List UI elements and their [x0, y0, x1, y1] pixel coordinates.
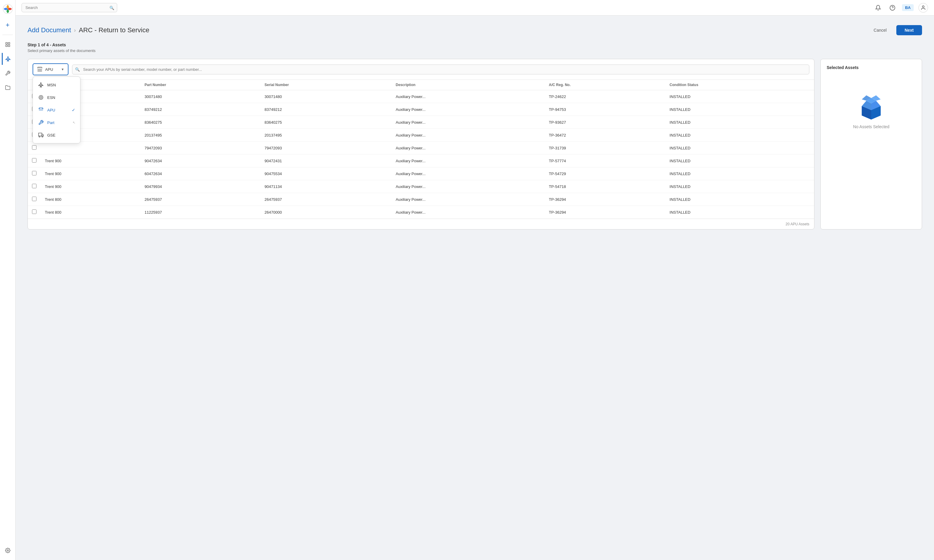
cell-part-5: 90472634 — [140, 154, 260, 167]
table-header-condition: Condition Status — [666, 80, 814, 90]
sidebar-divider-1 — [2, 35, 13, 35]
table-search-input[interactable] — [72, 65, 809, 74]
sidebar-item-dashboard[interactable] — [2, 38, 14, 51]
table-body: 30071480 30071480 Auxiliary Power... TP-… — [28, 90, 814, 219]
apu-item-icon — [38, 107, 44, 113]
cell-serial-9: 26470000 — [260, 206, 391, 219]
cell-ac-3: TP-36472 — [545, 129, 666, 142]
dropdown-menu: MSN ESN — [32, 77, 80, 143]
table-row: Trent 800 26475937 26475937 Auxiliary Po… — [28, 193, 814, 206]
breadcrumb-link[interactable]: Add Document — [28, 26, 71, 34]
table-header-description: Description — [391, 80, 545, 90]
cell-ac-4: TP-31739 — [545, 142, 666, 154]
dropdown-item-apu[interactable]: APU ✓ — [33, 104, 80, 116]
cell-condition-4: INSTALLED — [666, 142, 814, 154]
cell-serial-0: 30071480 — [260, 90, 391, 103]
cell-desc-2: Auxiliary Power... — [391, 116, 545, 129]
cell-desc-6: Auxiliary Power... — [391, 167, 545, 180]
cancel-button[interactable]: Cancel — [868, 25, 893, 35]
esn-icon — [38, 94, 44, 101]
svg-rect-4 — [6, 45, 7, 47]
dropdown-item-esn[interactable]: ESN — [33, 91, 80, 104]
cell-part-4: 79472093 — [140, 142, 260, 154]
dropdown-item-part[interactable]: Part ↖ — [33, 116, 80, 129]
cell-serial-2: 83640275 — [260, 116, 391, 129]
user-avatar[interactable] — [919, 3, 928, 12]
sidebar-item-documents[interactable] — [2, 82, 14, 94]
help-icon[interactable] — [888, 3, 897, 12]
svg-rect-3 — [8, 45, 9, 47]
table-search-icon: 🔍 — [75, 67, 80, 72]
cell-part-3: 20137495 — [140, 129, 260, 142]
sidebar-item-maintenance[interactable] — [2, 67, 14, 79]
cell-ac-7: TP-54718 — [545, 180, 666, 193]
cell-serial-7: 90471134 — [260, 180, 391, 193]
row-checkbox-8[interactable] — [32, 197, 37, 201]
breadcrumb-current: ARC - Return to Service — [79, 26, 150, 34]
breadcrumb-separator: › — [74, 27, 76, 34]
dropdown-arrow-icon: ▼ — [61, 68, 64, 71]
table-toolbar: APU ▼ — [28, 59, 814, 80]
sidebar-item-settings[interactable] — [2, 545, 14, 556]
svg-point-8 — [922, 6, 924, 8]
asset-type-dropdown-wrapper: APU ▼ — [32, 63, 68, 75]
cell-part-7: 90479934 — [140, 180, 260, 193]
header-actions: Cancel Next — [868, 25, 922, 35]
table-row: Trent 800 11225937 26470000 Auxiliary Po… — [28, 206, 814, 219]
apu-icon — [37, 66, 43, 72]
part-icon — [38, 119, 44, 126]
topbar-search-icon: 🔍 — [109, 5, 114, 10]
table-row: 20137495 20137495 Auxiliary Power... TP-… — [28, 129, 814, 142]
cell-serial-4: 79472093 — [260, 142, 391, 154]
cell-ac-5: TP-57774 — [545, 154, 666, 167]
step-description: Select primary assets of the documents — [28, 48, 922, 53]
sidebar-item-add[interactable]: + — [2, 19, 14, 31]
empty-state: No Assets Selected — [827, 75, 916, 147]
cell-model-6: Trent 900 — [41, 167, 140, 180]
svg-point-13 — [39, 136, 40, 137]
svg-point-9 — [40, 97, 42, 98]
asset-type-dropdown[interactable]: APU ▼ — [32, 63, 68, 75]
sidebar-item-flights[interactable] — [2, 53, 14, 65]
cell-ac-1: TP-94753 — [545, 103, 666, 116]
cell-serial-1: 83749212 — [260, 103, 391, 116]
cell-desc-8: Auxiliary Power... — [391, 193, 545, 206]
user-badge[interactable]: BA — [902, 4, 914, 11]
row-checkbox-9[interactable] — [32, 209, 37, 214]
row-checkbox-5[interactable] — [32, 158, 37, 163]
svg-point-10 — [39, 95, 43, 100]
notifications-icon[interactable] — [873, 3, 883, 12]
content-grid: APU ▼ — [28, 59, 922, 229]
breadcrumb: Add Document › ARC - Return to Service — [28, 26, 150, 34]
row-checkbox-4[interactable] — [32, 145, 37, 150]
cell-ac-2: TP-93627 — [545, 116, 666, 129]
table-row: 83749212 83749212 Auxiliary Power... TP-… — [28, 103, 814, 116]
asset-panel: APU ▼ — [28, 59, 814, 229]
dropdown-item-msn-label: MSN — [47, 83, 56, 87]
topbar-search-input[interactable] — [22, 3, 117, 12]
table-scroll-container: Part Number Serial Number Description A/… — [28, 80, 814, 219]
cell-ac-0: TP-24622 — [545, 90, 666, 103]
msn-icon — [38, 82, 44, 88]
apu-check-icon: ✓ — [72, 108, 76, 112]
dropdown-item-esn-label: ESN — [47, 95, 55, 100]
cell-part-8: 26475937 — [140, 193, 260, 206]
app-logo[interactable] — [2, 4, 13, 14]
page-header: Add Document › ARC - Return to Service C… — [28, 25, 922, 35]
table-row: 79472093 79472093 Auxiliary Power... TP-… — [28, 142, 814, 154]
row-checkbox-6[interactable] — [32, 171, 37, 175]
dropdown-item-gse[interactable]: GSE — [33, 129, 80, 142]
svg-point-14 — [42, 136, 43, 137]
row-checkbox-7[interactable] — [32, 184, 37, 188]
cell-condition-1: INSTALLED — [666, 103, 814, 116]
gse-icon — [38, 132, 44, 138]
cell-condition-0: INSTALLED — [666, 90, 814, 103]
dropdown-item-msn[interactable]: MSN — [33, 78, 80, 91]
table-row: Trent 900 90472634 90472431 Auxiliary Po… — [28, 154, 814, 167]
svg-rect-2 — [8, 42, 9, 44]
cell-model-5: Trent 900 — [41, 154, 140, 167]
cell-serial-6: 90475534 — [260, 167, 391, 180]
svg-rect-1 — [6, 42, 7, 44]
next-button[interactable]: Next — [896, 25, 922, 35]
topbar: 🔍 BA — [15, 0, 934, 15]
